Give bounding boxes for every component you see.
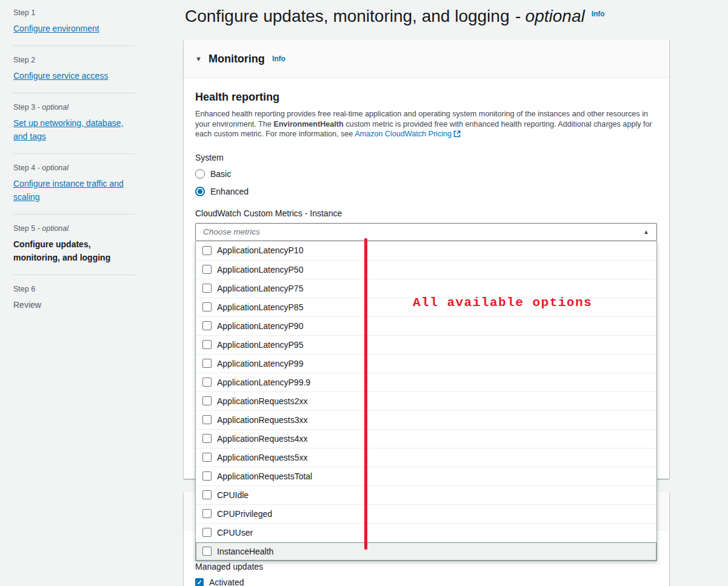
step-3-label: Step 3 - optional (13, 103, 135, 112)
sidebar-link-configure-service-access[interactable]: Configure service access (13, 69, 135, 82)
metric-option[interactable]: ApplicationLatencyP95 (196, 335, 656, 354)
sidebar-step-review: Review (13, 298, 135, 311)
metrics-dropdown-list: ApplicationLatencyP10 ApplicationLatency… (195, 241, 657, 561)
metric-option[interactable]: ApplicationLatencyP50 (196, 260, 656, 279)
monitoring-info-link[interactable]: Info (272, 55, 286, 63)
metrics-multiselect-control[interactable]: Choose metrics ▲ (195, 223, 657, 241)
checkbox-unchecked-icon[interactable] (202, 490, 212, 499)
checkbox-unchecked-icon[interactable] (202, 471, 212, 481)
cloudwatch-metrics-label: CloudWatch Custom Metrics - Instance (195, 208, 657, 218)
checkbox-unchecked-icon[interactable] (202, 453, 212, 462)
metric-option[interactable]: ApplicationRequests2xx (196, 391, 656, 410)
step-6-block: Step 6 Review (13, 285, 135, 311)
metric-option[interactable]: CPUPrivileged (196, 504, 656, 523)
divider (13, 275, 135, 275)
monitoring-section-header[interactable]: ▼ Monitoring Info (184, 40, 669, 78)
wizard-steps-sidebar: Step 1 Configure environment Step 2 Conf… (13, 0, 135, 311)
metric-option[interactable]: ApplicationLatencyP99.9 (196, 373, 656, 391)
monitoring-section-card: ▼ Monitoring Info Health reporting Enhan… (184, 40, 669, 479)
divider (13, 93, 135, 93)
radio-unselected-icon[interactable] (195, 169, 205, 179)
checkbox-unchecked-icon[interactable] (202, 528, 212, 537)
annotation-red-line (364, 238, 367, 550)
divider (13, 45, 135, 46)
activated-checkbox-row[interactable]: ✓ Activated (195, 578, 657, 586)
checkbox-unchecked-icon[interactable] (202, 415, 212, 424)
metric-option[interactable]: ApplicationLatencyP99 (196, 354, 656, 373)
checkbox-unchecked-icon[interactable] (202, 302, 212, 311)
metric-option[interactable]: ApplicationLatencyP10 (196, 241, 656, 260)
metric-option[interactable]: CPUUser (196, 523, 656, 542)
annotation-text: All available options (413, 296, 592, 310)
metric-option[interactable]: ApplicationRequestsTotal (196, 467, 656, 485)
checkbox-unchecked-icon[interactable] (202, 378, 212, 387)
metrics-select-placeholder: Choose metrics (203, 227, 260, 236)
metric-option[interactable]: ApplicationLatencyP90 (196, 316, 656, 335)
checkbox-unchecked-icon[interactable] (202, 547, 212, 556)
monitoring-section-title: Monitoring (209, 53, 265, 65)
external-link-icon (453, 130, 461, 141)
step-2-label: Step 2 (13, 56, 135, 64)
checkbox-unchecked-icon[interactable] (202, 509, 212, 518)
metric-option[interactable]: ApplicationLatencyP75 (196, 279, 656, 298)
step-5-label: Step 5 - optional (13, 224, 135, 233)
page-title: Configure updates, monitoring, and loggi… (185, 7, 605, 26)
checkbox-unchecked-icon[interactable] (202, 284, 212, 293)
collapse-triangle-icon[interactable]: ▼ (195, 55, 202, 62)
health-reporting-heading: Health reporting (195, 91, 657, 104)
divider (13, 153, 135, 154)
checkbox-unchecked-icon[interactable] (202, 340, 212, 349)
step-3-block: Step 3 - optional Set up networking, dat… (13, 103, 135, 143)
checkbox-unchecked-icon[interactable] (202, 396, 212, 405)
step-6-label: Step 6 (13, 285, 135, 293)
page-info-link[interactable]: Info (592, 10, 605, 18)
metric-option[interactable]: InstanceHealth (196, 542, 656, 561)
managed-updates-label: Managed updates (195, 562, 657, 571)
chevron-up-icon[interactable]: ▲ (643, 228, 649, 235)
metric-option[interactable]: ApplicationRequests3xx (196, 410, 656, 429)
checkbox-unchecked-icon[interactable] (202, 434, 212, 443)
metric-option[interactable]: CPUIdle (196, 485, 656, 504)
metric-option[interactable]: ApplicationRequests5xx (196, 448, 656, 467)
sidebar-link-instance-traffic-scaling[interactable]: Configure instance traffic and scaling (13, 177, 135, 204)
radio-option-basic[interactable]: Basic (195, 168, 657, 180)
checkbox-unchecked-icon[interactable] (202, 359, 212, 368)
cloudwatch-pricing-link[interactable]: Amazon CloudWatch Pricing (355, 130, 452, 138)
page-title-optional: - optional (515, 7, 584, 25)
sidebar-link-networking-database-tags[interactable]: Set up networking, database, and tags (13, 116, 135, 143)
health-reporting-description: Enhanced health reporting provides free … (195, 109, 658, 141)
checkbox-unchecked-icon[interactable] (202, 265, 212, 274)
sidebar-current-step-title: Configure updates, monitoring, and loggi… (13, 238, 135, 264)
checkbox-unchecked-icon[interactable] (202, 321, 212, 330)
radio-option-enhanced[interactable]: Enhanced (195, 185, 657, 198)
step-4-block: Step 4 - optional Configure instance tra… (13, 164, 135, 204)
sidebar-link-configure-environment[interactable]: Configure environment (13, 22, 135, 35)
checkbox-checked-icon[interactable]: ✓ (195, 578, 204, 586)
step-5-block: Step 5 - optional Configure updates, mon… (13, 224, 135, 264)
step-1-block: Step 1 Configure environment (13, 8, 135, 35)
checkbox-unchecked-icon[interactable] (202, 246, 212, 255)
step-4-label: Step 4 - optional (13, 164, 135, 172)
step-2-block: Step 2 Configure service access (13, 56, 135, 82)
radio-selected-icon[interactable] (195, 187, 205, 196)
system-field-label: System (195, 153, 657, 162)
divider (13, 214, 135, 215)
step-1-label: Step 1 (13, 8, 135, 17)
metric-option[interactable]: ApplicationRequests4xx (196, 429, 656, 448)
